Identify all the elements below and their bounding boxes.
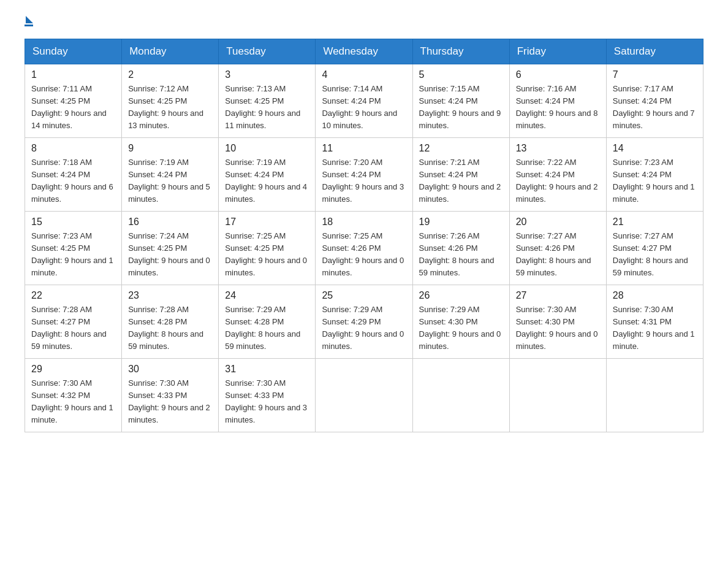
day-info: Sunrise: 7:29 AMSunset: 4:30 PMDaylight:… [419, 304, 503, 353]
calendar-cell [412, 359, 509, 432]
day-info: Sunrise: 7:21 AMSunset: 4:24 PMDaylight:… [419, 156, 503, 206]
calendar-cell: 8 Sunrise: 7:18 AMSunset: 4:24 PMDayligh… [25, 138, 122, 212]
day-number: 12 [419, 143, 503, 154]
calendar-cell [316, 359, 412, 432]
calendar-cell [509, 359, 606, 432]
header-saturday: Saturday [606, 39, 703, 64]
header-monday: Monday [122, 39, 219, 64]
day-info: Sunrise: 7:12 AMSunset: 4:25 PMDaylight:… [128, 83, 212, 132]
calendar-cell: 5 Sunrise: 7:15 AMSunset: 4:24 PMDayligh… [412, 64, 509, 138]
day-info: Sunrise: 7:14 AMSunset: 4:24 PMDaylight:… [322, 83, 406, 132]
day-info: Sunrise: 7:24 AMSunset: 4:25 PMDaylight:… [128, 230, 212, 280]
calendar-cell: 9 Sunrise: 7:19 AMSunset: 4:24 PMDayligh… [122, 138, 219, 212]
day-info: Sunrise: 7:16 AMSunset: 4:24 PMDaylight:… [516, 83, 600, 132]
header-friday: Friday [509, 39, 606, 64]
calendar-cell: 23 Sunrise: 7:28 AMSunset: 4:28 PMDaylig… [122, 285, 219, 359]
calendar-week-2: 8 Sunrise: 7:18 AMSunset: 4:24 PMDayligh… [25, 138, 703, 212]
day-number: 3 [225, 69, 309, 80]
day-number: 13 [516, 143, 600, 154]
day-info: Sunrise: 7:29 AMSunset: 4:28 PMDaylight:… [225, 304, 309, 353]
day-info: Sunrise: 7:28 AMSunset: 4:27 PMDaylight:… [31, 304, 115, 353]
day-number: 7 [613, 69, 697, 80]
calendar-week-3: 15 Sunrise: 7:23 AMSunset: 4:25 PMDaylig… [25, 212, 703, 285]
calendar-cell: 28 Sunrise: 7:30 AMSunset: 4:31 PMDaylig… [606, 285, 703, 359]
day-info: Sunrise: 7:20 AMSunset: 4:24 PMDaylight:… [322, 156, 406, 206]
page-header [25, 18, 703, 26]
day-number: 14 [613, 143, 697, 154]
day-info: Sunrise: 7:28 AMSunset: 4:28 PMDaylight:… [128, 304, 212, 353]
day-info: Sunrise: 7:25 AMSunset: 4:26 PMDaylight:… [322, 230, 406, 280]
header-sunday: Sunday [25, 39, 122, 64]
day-info: Sunrise: 7:18 AMSunset: 4:24 PMDaylight:… [31, 156, 115, 206]
calendar-cell: 4 Sunrise: 7:14 AMSunset: 4:24 PMDayligh… [316, 64, 412, 138]
day-number: 21 [613, 216, 697, 228]
day-number: 6 [516, 69, 600, 80]
calendar-week-1: 1 Sunrise: 7:11 AMSunset: 4:25 PMDayligh… [25, 64, 703, 138]
calendar-cell: 30 Sunrise: 7:30 AMSunset: 4:33 PMDaylig… [122, 359, 219, 432]
calendar-cell [606, 359, 703, 432]
day-number: 9 [128, 143, 212, 154]
day-number: 17 [225, 216, 309, 228]
calendar-cell: 20 Sunrise: 7:27 AMSunset: 4:26 PMDaylig… [509, 212, 606, 285]
calendar-cell: 7 Sunrise: 7:17 AMSunset: 4:24 PMDayligh… [606, 64, 703, 138]
calendar-cell: 16 Sunrise: 7:24 AMSunset: 4:25 PMDaylig… [122, 212, 219, 285]
calendar-cell: 17 Sunrise: 7:25 AMSunset: 4:25 PMDaylig… [219, 212, 316, 285]
calendar-cell: 21 Sunrise: 7:27 AMSunset: 4:27 PMDaylig… [606, 212, 703, 285]
calendar-week-5: 29 Sunrise: 7:30 AMSunset: 4:32 PMDaylig… [25, 359, 703, 432]
day-info: Sunrise: 7:15 AMSunset: 4:24 PMDaylight:… [419, 83, 503, 132]
calendar-cell: 13 Sunrise: 7:22 AMSunset: 4:24 PMDaylig… [509, 138, 606, 212]
day-info: Sunrise: 7:19 AMSunset: 4:24 PMDaylight:… [225, 156, 309, 206]
day-number: 2 [128, 69, 212, 80]
day-info: Sunrise: 7:30 AMSunset: 4:33 PMDaylight:… [225, 377, 309, 427]
header-tuesday: Tuesday [219, 39, 316, 64]
day-info: Sunrise: 7:19 AMSunset: 4:24 PMDaylight:… [128, 156, 212, 206]
calendar-cell: 11 Sunrise: 7:20 AMSunset: 4:24 PMDaylig… [316, 138, 412, 212]
calendar-cell: 24 Sunrise: 7:29 AMSunset: 4:28 PMDaylig… [219, 285, 316, 359]
day-number: 23 [128, 290, 212, 301]
day-info: Sunrise: 7:13 AMSunset: 4:25 PMDaylight:… [225, 83, 309, 132]
day-info: Sunrise: 7:27 AMSunset: 4:26 PMDaylight:… [516, 230, 600, 280]
calendar-header-row: SundayMondayTuesdayWednesdayThursdayFrid… [25, 39, 703, 64]
day-number: 16 [128, 216, 212, 228]
calendar-cell: 2 Sunrise: 7:12 AMSunset: 4:25 PMDayligh… [122, 64, 219, 138]
day-info: Sunrise: 7:26 AMSunset: 4:26 PMDaylight:… [419, 230, 503, 280]
day-info: Sunrise: 7:30 AMSunset: 4:33 PMDaylight:… [128, 377, 212, 427]
calendar-table: SundayMondayTuesdayWednesdayThursdayFrid… [25, 39, 703, 432]
day-number: 27 [516, 290, 600, 301]
day-info: Sunrise: 7:27 AMSunset: 4:27 PMDaylight:… [613, 230, 697, 280]
calendar-cell: 29 Sunrise: 7:30 AMSunset: 4:32 PMDaylig… [25, 359, 122, 432]
calendar-week-4: 22 Sunrise: 7:28 AMSunset: 4:27 PMDaylig… [25, 285, 703, 359]
calendar-cell: 26 Sunrise: 7:29 AMSunset: 4:30 PMDaylig… [412, 285, 509, 359]
calendar-cell: 6 Sunrise: 7:16 AMSunset: 4:24 PMDayligh… [509, 64, 606, 138]
calendar-cell: 12 Sunrise: 7:21 AMSunset: 4:24 PMDaylig… [412, 138, 509, 212]
day-info: Sunrise: 7:29 AMSunset: 4:29 PMDaylight:… [322, 304, 406, 353]
day-number: 28 [613, 290, 697, 301]
calendar-cell: 10 Sunrise: 7:19 AMSunset: 4:24 PMDaylig… [219, 138, 316, 212]
day-number: 15 [31, 216, 115, 228]
day-info: Sunrise: 7:11 AMSunset: 4:25 PMDaylight:… [31, 83, 115, 132]
day-number: 8 [31, 143, 115, 154]
day-info: Sunrise: 7:25 AMSunset: 4:25 PMDaylight:… [225, 230, 309, 280]
logo-arrow-icon [26, 16, 33, 23]
calendar-cell: 31 Sunrise: 7:30 AMSunset: 4:33 PMDaylig… [219, 359, 316, 432]
day-number: 25 [322, 290, 406, 301]
calendar-cell: 15 Sunrise: 7:23 AMSunset: 4:25 PMDaylig… [25, 212, 122, 285]
calendar-cell: 3 Sunrise: 7:13 AMSunset: 4:25 PMDayligh… [219, 64, 316, 138]
header-thursday: Thursday [412, 39, 509, 64]
day-number: 18 [322, 216, 406, 228]
day-info: Sunrise: 7:23 AMSunset: 4:24 PMDaylight:… [613, 156, 697, 206]
day-number: 10 [225, 143, 309, 154]
day-info: Sunrise: 7:30 AMSunset: 4:32 PMDaylight:… [31, 377, 115, 427]
day-number: 29 [31, 364, 115, 375]
calendar-cell: 1 Sunrise: 7:11 AMSunset: 4:25 PMDayligh… [25, 64, 122, 138]
day-info: Sunrise: 7:22 AMSunset: 4:24 PMDaylight:… [516, 156, 600, 206]
calendar-cell: 27 Sunrise: 7:30 AMSunset: 4:30 PMDaylig… [509, 285, 606, 359]
logo [25, 18, 33, 26]
day-number: 20 [516, 216, 600, 228]
day-info: Sunrise: 7:30 AMSunset: 4:31 PMDaylight:… [613, 304, 697, 353]
calendar-cell: 22 Sunrise: 7:28 AMSunset: 4:27 PMDaylig… [25, 285, 122, 359]
day-number: 31 [225, 364, 309, 375]
day-number: 19 [419, 216, 503, 228]
day-number: 5 [419, 69, 503, 80]
calendar-cell: 18 Sunrise: 7:25 AMSunset: 4:26 PMDaylig… [316, 212, 412, 285]
